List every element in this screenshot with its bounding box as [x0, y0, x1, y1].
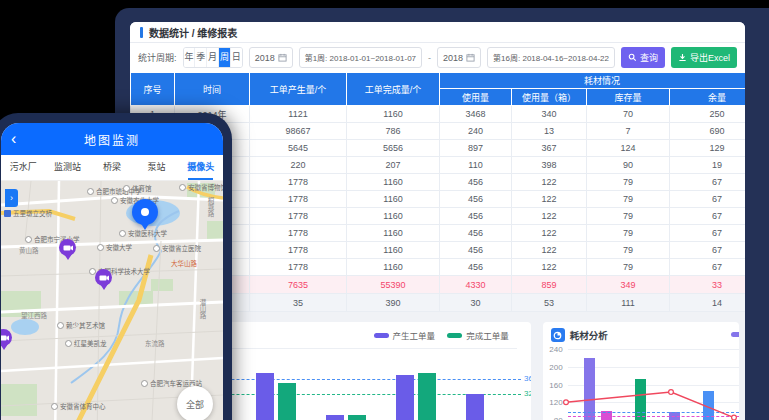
phone-tab-桥梁[interactable]: 桥梁 — [90, 155, 134, 180]
table-cell: 79 — [587, 242, 670, 259]
camera-marker-icon[interactable] — [95, 269, 112, 286]
table-cell: 79 — [587, 208, 670, 225]
reference-label: 360 — [524, 374, 531, 383]
column-header: 工单完成量/个 — [347, 73, 440, 106]
table-cell: 7635 — [250, 276, 347, 294]
export-label: 导出Excel — [690, 51, 730, 64]
table-cell: 111 — [587, 294, 670, 312]
legend-item[interactable]: 完成工单量 — [447, 329, 509, 341]
table-cell: 240 — [440, 123, 512, 140]
phone-tab-监测站[interactable]: 监测站 — [45, 155, 89, 180]
poi-icon — [119, 230, 126, 237]
phone-tab-污水厂[interactable]: 污水厂 — [1, 155, 45, 180]
poi-icon — [111, 197, 118, 204]
camera-marker-icon[interactable] — [59, 239, 76, 256]
poi-icon — [97, 244, 104, 251]
map-label: 体育馆 — [123, 183, 152, 193]
period-option-季[interactable]: 季 — [194, 48, 206, 67]
year-start-value: 2018 — [255, 53, 275, 63]
period-option-年[interactable]: 年 — [184, 48, 195, 67]
y-axis-tick: 120 — [545, 398, 563, 407]
work-orders-bar — [256, 373, 274, 420]
table-cell: 207 — [347, 157, 440, 174]
table-cell: 67 — [670, 242, 746, 259]
period-option-日[interactable]: 日 — [230, 48, 242, 67]
search-icon — [628, 53, 637, 62]
legend-label: 完成工单量 — [466, 329, 509, 341]
active-tab-underline — [188, 178, 213, 180]
phone-tab-摄像头[interactable]: 摄像头 — [179, 155, 223, 180]
table-cell: 122 — [512, 259, 587, 276]
map-label: 安徽大学 — [97, 242, 132, 252]
legend-swatch — [447, 333, 462, 338]
table-cell: 67 — [670, 225, 746, 242]
consumables-chart-title: 耗材分析 — [570, 328, 608, 342]
consumables-legend-swatch[interactable] — [731, 332, 739, 337]
phone-tab-泵站[interactable]: 泵站 — [134, 155, 178, 180]
table-cell: 456 — [440, 191, 512, 208]
phone-tab-label: 摄像头 — [187, 162, 214, 172]
legend-item[interactable]: 产生工单量 — [374, 329, 436, 341]
table-cell: 122 — [512, 208, 587, 225]
map-label-text: 黄山路 — [19, 245, 39, 255]
calendar-icon — [466, 53, 475, 62]
map-label: 五里墩立交桥 — [4, 208, 52, 218]
table-cell: 5656 — [347, 140, 440, 157]
table-cell: 786 — [347, 123, 440, 140]
poi-icon — [179, 184, 186, 191]
column-header: 时间 — [175, 73, 250, 106]
selected-location-marker[interactable] — [132, 199, 158, 225]
map-expander-button[interactable]: › — [5, 189, 18, 207]
map-label-text: 安徽大学 — [106, 242, 132, 252]
phone-tab-label: 污水厂 — [10, 162, 37, 172]
table-cell: 79 — [587, 225, 670, 242]
map-label-text: 五里墩立交桥 — [13, 208, 52, 218]
map-label: 潜山路 — [197, 299, 207, 319]
table-cell: 1778 — [250, 259, 347, 276]
phone-screen: ‹ 地图监测 污水厂监测站桥梁泵站摄像头 — [1, 123, 223, 420]
week-end-field[interactable]: 第16周: 2018-04-16~2018-04-22 — [487, 47, 615, 68]
period-option-月[interactable]: 月 — [206, 48, 218, 67]
year-start-select[interactable]: 2018 — [249, 47, 293, 68]
chart-card-consumables: 耗材分析 2402001601208040 — [543, 322, 739, 420]
map-label-text: 体育馆 — [132, 183, 152, 193]
map-label-text: 桐城路 — [205, 197, 215, 217]
year-end-select[interactable]: 2018 — [437, 47, 481, 68]
table-cell: 122 — [512, 225, 587, 242]
poi-icon — [123, 185, 130, 192]
consumables-bar — [635, 379, 646, 420]
week-start-field[interactable]: 第1周: 2018-01-01~2018-01-07 — [299, 47, 422, 68]
table-cell: 67 — [670, 174, 746, 191]
map-view[interactable]: › 全部 合肥市琥珀中学体育馆安徽省博物馆安徽农业大学桐城路五里墩立交桥合肥市宁… — [1, 181, 223, 420]
table-cell: 1160 — [347, 225, 440, 242]
range-separator: - — [428, 53, 431, 63]
table-cell: 398 — [512, 157, 587, 174]
map-label-text: 红星美凯龙 — [74, 338, 107, 348]
query-button[interactable]: 查询 — [621, 47, 665, 68]
accent-bar — [140, 27, 143, 38]
map-label: 黄山路 — [19, 245, 39, 255]
period-option-周[interactable]: 周 — [218, 48, 230, 67]
table-cell: 122 — [512, 174, 587, 191]
export-excel-button[interactable]: 导出Excel — [671, 47, 737, 68]
consumables-chart-title-row: 耗材分析 — [551, 328, 608, 342]
filter-bar: 统计周期: 年季月周日 2018 第1周: 2018-01-01~2018-01… — [130, 43, 745, 72]
table-cell: 456 — [440, 225, 512, 242]
table-cell: 90 — [587, 157, 670, 174]
map-label: 望江西路 — [21, 310, 47, 320]
y-axis-tick: 200 — [545, 363, 563, 372]
table-cell: 1778 — [250, 208, 347, 225]
all-filter-button[interactable]: 全部 — [177, 386, 213, 420]
map-label-text: 安徽省博物馆 — [188, 182, 223, 192]
chart-icon — [551, 328, 565, 342]
phone-frame: ‹ 地图监测 污水厂监测站桥梁泵站摄像头 — [0, 113, 232, 420]
work-orders-bar — [348, 415, 366, 420]
table-cell: 1160 — [347, 174, 440, 191]
table-cell: 19 — [670, 157, 746, 174]
table-cell: 5645 — [250, 140, 347, 157]
table-cell: 859 — [512, 276, 587, 294]
legend-label: 产生工单量 — [393, 329, 436, 341]
table-cell: 1160 — [347, 242, 440, 259]
table-cell: 690 — [670, 123, 746, 140]
phone-tab-label: 桥梁 — [103, 162, 121, 172]
